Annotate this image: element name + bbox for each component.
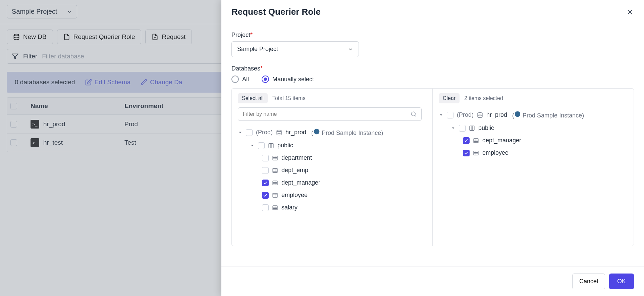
drawer-body: Project* Sample Project Databases* All M… <box>221 24 644 266</box>
source-header: Select all Total 15 items <box>238 93 426 103</box>
tree-checkbox[interactable] <box>262 167 269 174</box>
svg-marker-7 <box>239 132 241 133</box>
tree-checkbox[interactable] <box>262 204 269 211</box>
database-icon <box>477 112 483 118</box>
tree-node-table[interactable]: employee <box>238 189 426 201</box>
postgres-icon <box>313 128 320 135</box>
schema-icon <box>268 143 274 149</box>
instance-label: ( Prod Sample Instance) <box>310 128 383 137</box>
svg-point-5 <box>411 112 415 116</box>
svg-point-9 <box>314 129 320 135</box>
table-name: employee <box>281 192 308 199</box>
svg-rect-11 <box>269 143 273 148</box>
svg-marker-34 <box>440 114 442 116</box>
ok-button[interactable]: OK <box>609 274 634 289</box>
table-icon <box>473 138 479 144</box>
table-name: dept_manager <box>281 179 320 186</box>
radio-circle-selected <box>262 76 269 83</box>
databases-label-text: Databases <box>231 65 260 72</box>
schema-name: public <box>277 142 293 149</box>
drawer-header: Request Querier Role <box>221 0 644 24</box>
caret-down-icon <box>250 143 255 148</box>
tree-checkbox-checked[interactable] <box>463 137 470 144</box>
table-name: department <box>281 154 312 161</box>
tree-checkbox-checked[interactable] <box>463 150 470 156</box>
svg-marker-37 <box>452 127 454 129</box>
instance-label: ( Prod Sample Instance) <box>511 111 584 119</box>
filter-tables-input[interactable] <box>238 107 422 121</box>
schema-name: public <box>478 125 494 132</box>
tree-node-table[interactable]: dept_manager <box>238 177 426 189</box>
tree-node-table[interactable]: department <box>238 152 426 164</box>
svg-point-8 <box>277 130 281 132</box>
tree-node-table[interactable]: dept_manager <box>439 134 628 147</box>
db-name: hr_prod <box>285 129 306 136</box>
tree-checkbox[interactable] <box>262 155 269 161</box>
tree-checkbox-checked[interactable] <box>262 180 269 186</box>
total-items-label: Total 15 items <box>272 95 306 101</box>
chevron-down-icon <box>348 47 353 52</box>
caret-down-icon <box>451 126 455 131</box>
tree-checkbox[interactable] <box>447 112 453 118</box>
project-label-text: Project <box>231 32 250 38</box>
project-dropdown[interactable]: Sample Project <box>231 41 359 57</box>
database-icon <box>276 130 282 136</box>
database-mode-radios: All Manually select <box>231 76 634 83</box>
instance-name: Prod Sample Instance <box>523 112 582 119</box>
radio-all[interactable]: All <box>231 76 249 83</box>
tree-checkbox[interactable] <box>459 125 466 132</box>
required-mark: * <box>260 65 263 72</box>
close-icon[interactable] <box>626 8 634 16</box>
svg-line-6 <box>415 115 416 116</box>
source-tree: (Prod) hr_prod ( Prod Sample Instance) p… <box>238 126 426 214</box>
schema-icon <box>469 125 475 131</box>
tree-checkbox-checked[interactable] <box>262 192 269 199</box>
filter-input[interactable] <box>243 111 411 117</box>
caret-down-icon <box>439 113 443 117</box>
tree-node-table[interactable]: salary <box>238 201 426 214</box>
radio-manual-label: Manually select <box>272 76 314 83</box>
project-field-label: Project* <box>231 32 634 39</box>
tree-checkbox[interactable] <box>258 142 265 149</box>
tree-checkbox[interactable] <box>246 129 253 136</box>
tree-node-table[interactable]: dept_emp <box>238 164 426 177</box>
cancel-button[interactable]: Cancel <box>572 274 605 289</box>
svg-rect-38 <box>470 126 474 131</box>
select-all-button[interactable]: Select all <box>238 93 268 103</box>
transfer-target: Clear 2 items selected (Prod) hr_prod ( … <box>433 89 634 246</box>
table-name: salary <box>281 204 298 211</box>
transfer-panel: Select all Total 15 items (Prod) hr_prod <box>231 88 634 246</box>
db-name: hr_prod <box>486 111 507 118</box>
databases-field-label: Databases* <box>231 65 634 72</box>
radio-circle <box>231 76 239 83</box>
required-mark: * <box>250 32 253 38</box>
selected-count-label: 2 items selected <box>464 95 503 101</box>
request-querier-drawer: Request Querier Role Project* Sample Pro… <box>221 0 644 296</box>
env-label: (Prod) <box>457 111 474 118</box>
project-dropdown-value: Sample Project <box>237 46 278 53</box>
tree-node-database[interactable]: (Prod) hr_prod ( Prod Sample Instance) <box>439 108 628 122</box>
table-name: employee <box>482 149 508 156</box>
table-name: dept_manager <box>482 137 521 144</box>
table-icon <box>272 180 278 186</box>
table-name: dept_emp <box>281 167 308 174</box>
caret-down-icon <box>238 130 243 135</box>
transfer-source: Select all Total 15 items (Prod) hr_prod <box>232 89 433 246</box>
table-icon <box>272 205 278 211</box>
radio-manual[interactable]: Manually select <box>262 76 314 83</box>
drawer-footer: Cancel OK <box>221 266 644 296</box>
tree-node-schema[interactable]: public <box>439 122 628 134</box>
clear-button[interactable]: Clear <box>439 93 460 103</box>
env-label: (Prod) <box>256 129 273 136</box>
target-tree: (Prod) hr_prod ( Prod Sample Instance) p… <box>439 108 628 159</box>
radio-all-label: All <box>242 76 249 83</box>
search-icon <box>411 111 417 117</box>
postgres-icon <box>514 111 521 117</box>
tree-node-table[interactable]: employee <box>439 147 628 159</box>
tree-node-database[interactable]: (Prod) hr_prod ( Prod Sample Instance) <box>238 126 426 139</box>
drawer-title: Request Querier Role <box>231 7 321 17</box>
tree-node-schema[interactable]: public <box>238 139 426 152</box>
svg-point-36 <box>515 111 521 117</box>
table-icon <box>272 167 278 174</box>
svg-marker-10 <box>251 145 254 146</box>
